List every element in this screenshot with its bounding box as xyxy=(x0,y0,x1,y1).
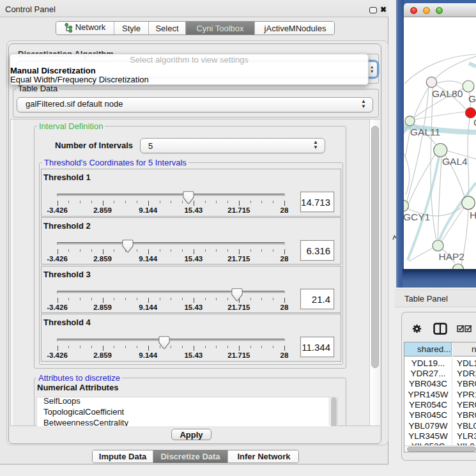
svg-text:HI: HI xyxy=(470,210,476,220)
svg-text:GCY1: GCY1 xyxy=(404,211,430,222)
svg-text:GAL4: GAL4 xyxy=(442,156,468,167)
svg-text:HAP2: HAP2 xyxy=(439,251,465,262)
svg-text:GA: GA xyxy=(468,93,476,104)
svg-text:GAL80: GAL80 xyxy=(432,88,463,99)
svg-text:C: C xyxy=(473,117,476,128)
svg-text:GAL11: GAL11 xyxy=(410,127,440,137)
